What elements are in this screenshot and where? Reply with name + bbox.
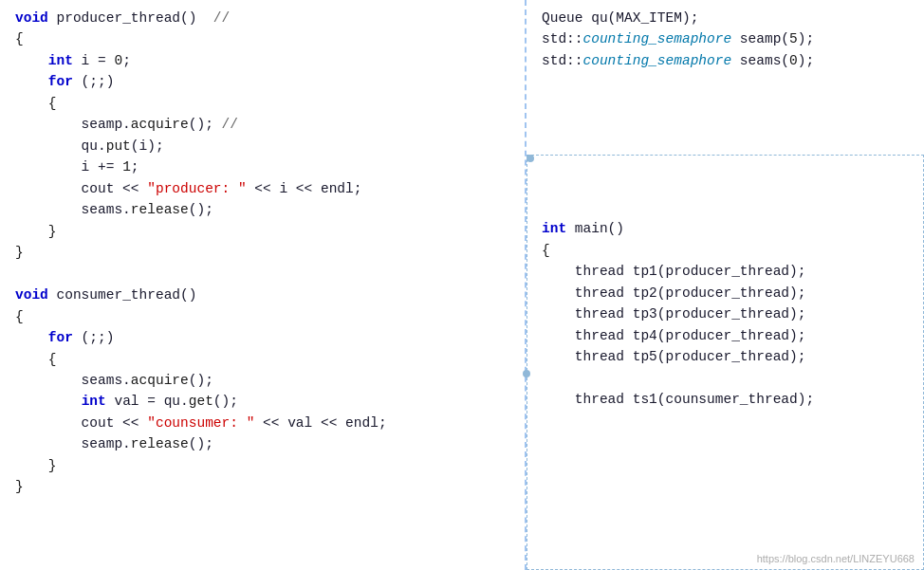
dot-top bbox=[527, 155, 534, 162]
code-editor: void producer_thread() // { int i = 0; f… bbox=[0, 0, 924, 570]
left-code: void producer_thread() // { int i = 0; f… bbox=[15, 8, 509, 498]
watermark: https://blog.csdn.net/LINZEYU668 bbox=[757, 553, 915, 564]
top-right-code: Queue qu(MAX_ITEM); std::counting_semaph… bbox=[542, 8, 909, 71]
left-panel: void producer_thread() // { int i = 0; f… bbox=[0, 0, 527, 570]
main-code: int main() { thread tp1(producer_thread)… bbox=[542, 218, 909, 410]
dot-bottom bbox=[523, 370, 530, 377]
right-panel: Queue qu(MAX_ITEM); std::counting_semaph… bbox=[527, 0, 924, 570]
